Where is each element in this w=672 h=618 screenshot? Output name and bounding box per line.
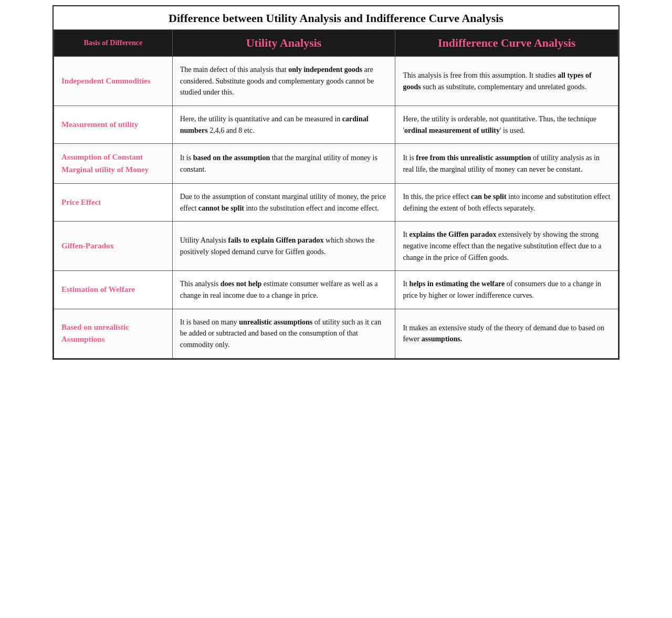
utility-cell: This analysis does not help estimate con… xyxy=(172,271,395,309)
basis-cell: Estimation of Welfare xyxy=(54,271,173,309)
table-row: Assumption of Constant Marginal utility … xyxy=(54,144,618,184)
utility-cell: Utility Analysis fails to explain Giffen… xyxy=(172,222,395,271)
main-container: Difference between Utility Analysis and … xyxy=(52,5,620,360)
col3-header: Indifference Curve Analysis xyxy=(395,30,618,57)
indiff-cell: In this, the price effect can be split i… xyxy=(395,183,618,221)
utility-cell: Here, the utility is quantitative and ca… xyxy=(172,106,395,144)
indiff-cell: It explains the Giffen paradox extensive… xyxy=(395,222,618,271)
indiff-cell: Here, the utility is orderable, not quan… xyxy=(395,106,618,144)
table-row: Estimation of WelfareThis analysis does … xyxy=(54,271,618,309)
table-row: Giffen-ParadoxUtility Analysis fails to … xyxy=(54,222,618,271)
utility-cell: The main defect of this analysis that on… xyxy=(172,57,395,106)
utility-cell: It is based on the assumption that the m… xyxy=(172,144,395,184)
table-row: Price EffectDue to the assumption of con… xyxy=(54,183,618,221)
utility-cell: Due to the assumption of constant margin… xyxy=(172,183,395,221)
page-title: Difference between Utility Analysis and … xyxy=(54,6,618,29)
basis-cell: Measurement of utility xyxy=(54,106,173,144)
col1-header: Basis of Difference xyxy=(54,30,173,57)
comparison-table: Basis of Difference Utility Analysis Ind… xyxy=(54,29,618,359)
indiff-cell: This analysis is free from this assumpti… xyxy=(395,57,618,106)
basis-cell: Independent Commodities xyxy=(54,57,173,106)
indiff-cell: It makes an extensive study of the theor… xyxy=(395,309,618,358)
table-row: Measurement of utilityHere, the utility … xyxy=(54,106,618,144)
indiff-cell: It is free from this unrealistic assumpt… xyxy=(395,144,618,184)
col2-header: Utility Analysis xyxy=(172,30,395,57)
basis-cell: Assumption of Constant Marginal utility … xyxy=(54,144,173,184)
basis-cell: Giffen-Paradox xyxy=(54,222,173,271)
table-row: Independent CommoditiesThe main defect o… xyxy=(54,57,618,106)
basis-cell: Based on unrealistic Assumptions xyxy=(54,309,173,358)
basis-cell: Price Effect xyxy=(54,183,173,221)
utility-cell: It is based on many unrealistic assumpti… xyxy=(172,309,395,358)
indiff-cell: It helps in estimating the welfare of co… xyxy=(395,271,618,309)
table-row: Based on unrealistic AssumptionsIt is ba… xyxy=(54,309,618,358)
table-header-row: Basis of Difference Utility Analysis Ind… xyxy=(54,30,618,57)
